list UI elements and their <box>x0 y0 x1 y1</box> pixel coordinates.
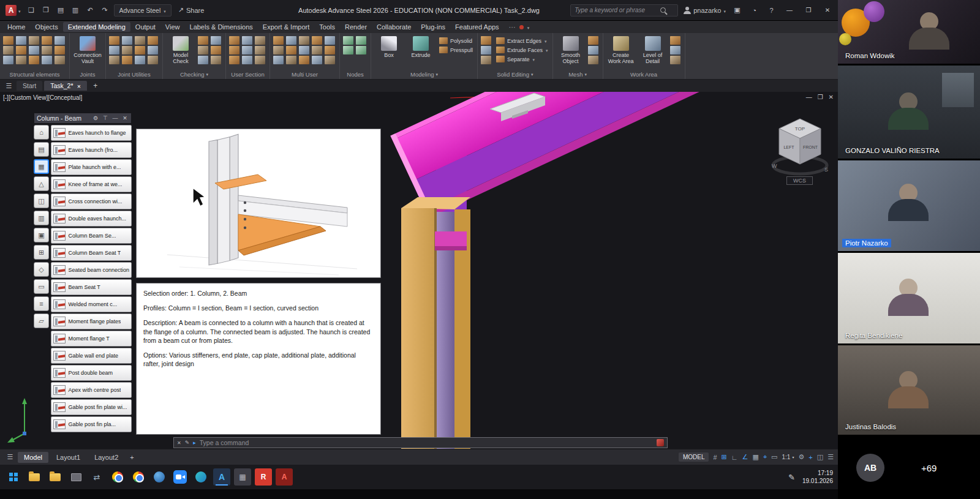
ribbon-icon[interactable] <box>229 36 239 45</box>
more-participants-count[interactable]: +69 <box>921 463 937 473</box>
ribbon-icon[interactable] <box>588 36 598 45</box>
ribbon-icon[interactable] <box>312 46 322 54</box>
category-special-icon[interactable] <box>34 262 49 277</box>
folder-icon[interactable] <box>47 468 64 486</box>
tab-export-import[interactable]: Export & Import <box>258 22 314 32</box>
ribbon-icon[interactable] <box>148 36 158 45</box>
viewcube-south-label[interactable]: S <box>824 167 828 173</box>
ribbon-icon[interactable] <box>481 56 491 64</box>
redo-icon[interactable] <box>99 4 111 16</box>
participant-tile[interactable]: GONZALO VALIÑO RIESTRA <box>838 66 980 159</box>
joint-item[interactable]: Gable post fin plate wi... <box>51 399 132 415</box>
ortho-toggle-icon[interactable]: ∟ <box>731 454 738 461</box>
polar-tracking-icon[interactable]: ∠ <box>742 453 748 461</box>
panel-label[interactable]: Checking <box>163 70 225 79</box>
smooth-object-button[interactable]: Smooth Object <box>556 35 586 65</box>
tab-output[interactable]: Output <box>130 22 160 32</box>
model-space-badge[interactable]: MODEL <box>679 452 709 462</box>
search-input[interactable] <box>575 7 657 13</box>
category-user-icon[interactable] <box>34 313 49 328</box>
palette-header[interactable]: Column - Beam <box>34 113 132 124</box>
ribbon-icon[interactable] <box>481 46 491 54</box>
close-palette-icon[interactable] <box>121 115 129 121</box>
tab-layout2[interactable]: Layout2 <box>88 452 124 463</box>
restore-drawing-icon[interactable] <box>818 94 823 100</box>
ribbon-icon[interactable] <box>135 56 145 64</box>
ribbon-icon[interactable] <box>356 46 366 54</box>
ribbon-icon[interactable] <box>273 56 284 64</box>
participant-tile[interactable]: Justinas Balodis <box>838 345 980 435</box>
ribbon-icon[interactable] <box>135 46 145 54</box>
joint-item[interactable]: Column Beam Se... <box>51 228 132 244</box>
tab-model[interactable]: Model <box>18 452 48 463</box>
media-app-icon[interactable] <box>192 468 209 486</box>
close-command-icon[interactable] <box>177 440 181 446</box>
category-plates2-icon[interactable] <box>34 279 49 294</box>
workspace-gear-icon[interactable]: ⚙ <box>798 453 804 461</box>
tab-view[interactable]: View <box>160 22 185 32</box>
viewcube-top-label[interactable]: TOP <box>795 126 805 132</box>
workspace-dropdown[interactable]: Advance Steel <box>114 4 172 17</box>
ribbon-icon[interactable] <box>29 36 39 45</box>
pin-icon[interactable] <box>102 115 109 121</box>
tab-objects[interactable]: Objects <box>30 22 62 32</box>
open-file-icon[interactable] <box>40 4 52 16</box>
view-cube[interactable]: TOP LEFT FRONT W S <box>769 113 831 181</box>
panel-label[interactable]: Modeling <box>371 70 477 79</box>
joint-item[interactable]: Cross connection wi... <box>51 193 132 209</box>
ribbon-icon[interactable] <box>229 46 239 54</box>
file-tabs-menu-icon[interactable] <box>3 80 15 92</box>
ribbon-icon[interactable] <box>343 36 353 45</box>
ribbon-icon[interactable] <box>55 56 65 64</box>
ribbon-options[interactable] <box>509 23 530 31</box>
ribbon-icon[interactable] <box>299 56 309 64</box>
customization-icon[interactable]: ☰ <box>827 453 834 461</box>
ribbon-icon[interactable] <box>42 46 52 54</box>
annotation-visibility-icon[interactable]: + <box>809 454 812 461</box>
ribbon-icon[interactable] <box>135 36 145 45</box>
ribbon-icon[interactable] <box>148 46 158 54</box>
r-app-icon[interactable] <box>255 468 272 486</box>
browser-globe-icon[interactable] <box>151 468 168 486</box>
maximize-button[interactable] <box>802 7 815 13</box>
ribbon-icon[interactable] <box>3 56 13 64</box>
minimize-button[interactable] <box>783 7 796 13</box>
box-button[interactable]: Box <box>374 35 404 58</box>
ribbon-icon[interactable] <box>325 36 335 45</box>
category-grating-icon[interactable] <box>34 245 49 260</box>
panel-label[interactable]: Mesh <box>553 70 603 79</box>
tab-task2[interactable]: Task_2* <box>44 81 87 91</box>
isometric-icon[interactable]: ▦ <box>752 453 758 461</box>
store-icon[interactable] <box>731 4 743 16</box>
ribbon-icon[interactable] <box>198 36 208 45</box>
tab-render[interactable]: Render <box>340 22 372 32</box>
ribbon-icon[interactable] <box>3 36 13 45</box>
tab-labels-dimensions[interactable]: Labels & Dimensions <box>185 22 258 32</box>
ribbon-icon[interactable] <box>42 36 52 45</box>
close-tab-icon[interactable] <box>77 82 81 89</box>
ribbon-icon[interactable] <box>255 36 265 45</box>
new-drawing-tab-button[interactable]: + <box>89 81 102 90</box>
tab-tools[interactable]: Tools <box>314 22 340 32</box>
command-badge-icon[interactable] <box>657 439 664 446</box>
acrobat-icon[interactable] <box>276 468 293 486</box>
more-participants-row[interactable]: AB +69 <box>838 437 980 499</box>
ribbon-icon[interactable] <box>211 36 221 45</box>
ribbon-icon[interactable] <box>299 36 309 45</box>
tab-layout1[interactable]: Layout1 <box>50 452 86 463</box>
snap-toggle-icon[interactable]: ⊞ <box>722 453 727 461</box>
ribbon-icon[interactable] <box>211 46 221 54</box>
search-icon[interactable] <box>660 7 666 13</box>
share-button[interactable]: Share <box>175 6 208 14</box>
joint-item[interactable]: Knee of frame at we... <box>51 176 132 192</box>
ribbon-icon[interactable] <box>670 36 680 45</box>
tab-start[interactable]: Start <box>17 81 42 91</box>
category-railing-icon[interactable] <box>34 228 49 242</box>
joint-item[interactable]: Beam Seat T <box>51 279 132 295</box>
lineweight-icon[interactable]: ▭ <box>771 453 777 461</box>
category-column-beam-icon[interactable] <box>34 159 49 174</box>
minimize-drawing-icon[interactable] <box>806 94 812 100</box>
ribbon-icon[interactable] <box>229 56 239 64</box>
start-button[interactable] <box>5 468 22 486</box>
viewcube-front-label[interactable]: FRONT <box>803 145 818 149</box>
